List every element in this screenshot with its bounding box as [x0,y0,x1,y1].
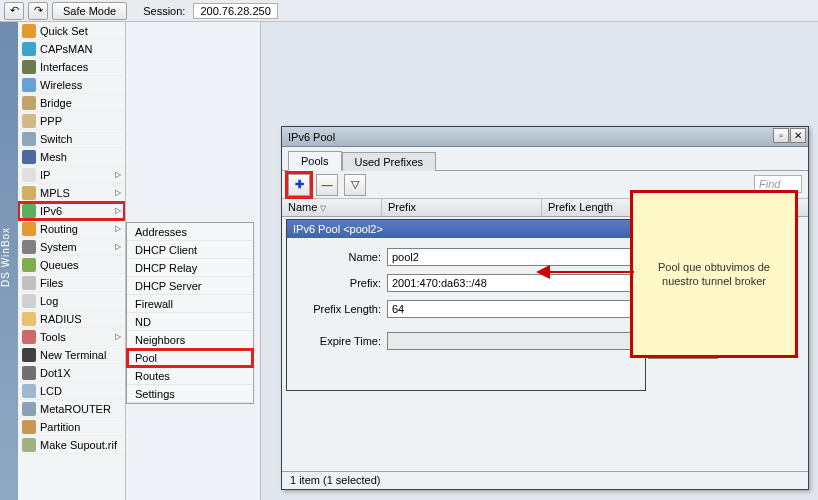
name-field[interactable] [387,248,635,266]
sidebar-item-routing[interactable]: Routing▷ [18,220,125,238]
sidebar-item-label: Partition [40,421,80,433]
minus-icon: — [322,179,333,191]
sidebar-item-label: System [40,241,77,253]
sidebar-item-wireless[interactable]: Wireless [18,76,125,94]
submenu-item-label: Routes [135,370,170,382]
sidebar-item-label: Switch [40,133,72,145]
sidebar-item-interfaces[interactable]: Interfaces [18,58,125,76]
sidebar-item-label: Make Supout.rif [40,439,117,451]
vertical-app-label: DS WinBox [0,22,18,500]
submenu-item-neighbors[interactable]: Neighbors [127,331,253,349]
status-bar: 1 item (1 selected) [282,471,808,489]
sidebar-item-queues[interactable]: Queues [18,256,125,274]
expire-time-field-label: Expire Time: [297,335,387,347]
sidebar-item-label: Dot1X [40,367,71,379]
sidebar-item-mpls[interactable]: MPLS▷ [18,184,125,202]
sidebar-item-icon [22,438,36,452]
sidebar-item-icon [22,222,36,236]
submenu-item-label: Settings [135,388,175,400]
sidebar-item-label: MPLS [40,187,70,199]
sidebar-item-capsman[interactable]: CAPsMAN [18,40,125,58]
sidebar-item-icon [22,240,36,254]
sidebar-item-label: Tools [40,331,66,343]
sidebar-item-label: Mesh [40,151,67,163]
sort-icon: ▽ [320,204,326,213]
tab-used-prefixes[interactable]: Used Prefixes [342,152,436,171]
sidebar-item-icon [22,78,36,92]
filter-button[interactable]: ▽ [344,174,366,196]
sidebar-item-metarouter[interactable]: MetaROUTER [18,400,125,418]
sidebar-item-ipv6[interactable]: IPv6▷ [18,202,125,220]
prefix-length-field[interactable] [387,300,635,318]
sidebar-item-lcd[interactable]: LCD [18,382,125,400]
sidebar-item-icon [22,384,36,398]
column-prefix[interactable]: Prefix [382,199,542,216]
submenu-item-label: DHCP Relay [135,262,197,274]
tab-pools[interactable]: Pools [288,151,342,171]
sidebar-item-label: Routing [40,223,78,235]
sidebar-item-label: New Terminal [40,349,106,361]
undo-icon: ↶ [10,4,19,17]
submenu-item-routes[interactable]: Routes [127,367,253,385]
sidebar-item-icon [22,114,36,128]
callout-text: Pool que obtuvimos de nuestro tunnel bro… [647,260,781,289]
dialog-title-text: IPv6 Pool <pool2> [293,223,383,235]
column-prefix-length[interactable]: Prefix Length [542,199,632,216]
chevron-right-icon: ▷ [115,188,121,197]
sidebar-item-radius[interactable]: RADIUS [18,310,125,328]
sidebar-item-ip[interactable]: IP▷ [18,166,125,184]
sidebar-item-label: RADIUS [40,313,82,325]
redo-button[interactable]: ↷ [28,2,48,20]
window-titlebar[interactable]: IPv6 Pool ▫ ✕ [282,127,808,147]
sidebar-item-new-terminal[interactable]: New Terminal [18,346,125,364]
undo-button[interactable]: ↶ [4,2,24,20]
submenu-item-addresses[interactable]: Addresses [127,223,253,241]
submenu-item-dhcp-client[interactable]: DHCP Client [127,241,253,259]
sidebar-item-dot1x[interactable]: Dot1X [18,364,125,382]
sidebar-item-mesh[interactable]: Mesh [18,148,125,166]
window-tabs: Pools Used Prefixes [282,147,808,171]
dialog-titlebar[interactable]: IPv6 Pool <pool2> [287,220,645,238]
submenu-item-pool[interactable]: Pool [127,349,253,367]
sidebar-item-label: Interfaces [40,61,88,73]
window-minimize-button[interactable]: ▫ [773,128,789,143]
submenu-item-firewall[interactable]: Firewall [127,295,253,313]
sidebar-item-log[interactable]: Log [18,292,125,310]
sidebar-item-ppp[interactable]: PPP [18,112,125,130]
remove-button[interactable]: — [316,174,338,196]
prefix-length-field-label: Prefix Length: [297,303,387,315]
ipv6-submenu: AddressesDHCP ClientDHCP RelayDHCP Serve… [126,222,254,404]
submenu-item-nd[interactable]: ND [127,313,253,331]
sidebar-item-files[interactable]: Files [18,274,125,292]
sidebar-item-label: MetaROUTER [40,403,111,415]
sidebar-item-icon [22,168,36,182]
sidebar-item-quick-set[interactable]: Quick Set [18,22,125,40]
add-button[interactable]: ✚ [288,174,310,196]
sidebar-item-icon [22,150,36,164]
submenu-item-label: Neighbors [135,334,185,346]
chevron-right-icon: ▷ [115,206,121,215]
sidebar-item-make-supout.rif[interactable]: Make Supout.rif [18,436,125,454]
sidebar-item-tools[interactable]: Tools▷ [18,328,125,346]
sidebar-item-icon [22,42,36,56]
sidebar-item-icon [22,186,36,200]
submenu-item-settings[interactable]: Settings [127,385,253,403]
sidebar-item-icon [22,348,36,362]
submenu-item-dhcp-server[interactable]: DHCP Server [127,277,253,295]
sidebar-item-system[interactable]: System▷ [18,238,125,256]
sidebar-item-switch[interactable]: Switch [18,130,125,148]
funnel-icon: ▽ [351,178,359,191]
top-toolbar: ↶ ↷ Safe Mode Session: 200.76.28.250 [0,0,818,22]
submenu-item-label: ND [135,316,151,328]
submenu-item-dhcp-relay[interactable]: DHCP Relay [127,259,253,277]
sidebar-item-label: Queues [40,259,79,271]
safe-mode-button[interactable]: Safe Mode [52,2,127,20]
sidebar: Quick SetCAPsMANInterfacesWirelessBridge… [18,22,126,500]
column-name[interactable]: Name ▽ [282,199,382,216]
sidebar-item-icon [22,60,36,74]
sidebar-item-partition[interactable]: Partition [18,418,125,436]
sidebar-item-bridge[interactable]: Bridge [18,94,125,112]
sidebar-item-label: LCD [40,385,62,397]
window-close-button[interactable]: ✕ [790,128,806,143]
session-value: 200.76.28.250 [193,3,277,19]
